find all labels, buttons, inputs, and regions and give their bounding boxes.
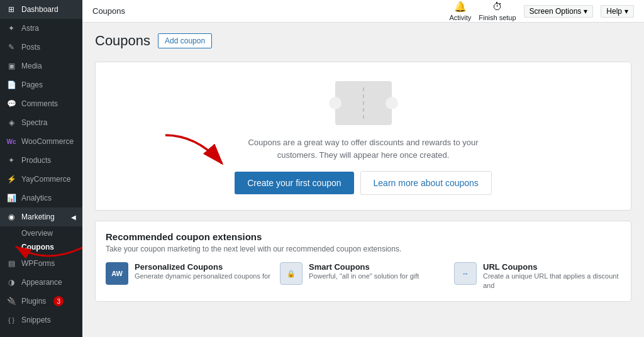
sidebar-item-spectra[interactable]: ◈ Spectra <box>0 113 82 132</box>
help-chevron: ▾ <box>625 7 628 16</box>
coupon-notch-right <box>386 97 398 109</box>
activity-icon: 🔔 <box>454 1 467 13</box>
extension-personalized: AW Personalized Coupons Generate dynamic… <box>106 262 272 291</box>
sidebar-item-marketing[interactable]: ◉ Marketing ◀ <box>0 207 82 226</box>
empty-state-panel: Coupons are a great way to offer discoun… <box>95 62 631 211</box>
sidebar-item-label: Analytics <box>21 194 52 202</box>
coupon-dashed-line <box>363 87 364 119</box>
sidebar-item-dashboard[interactable]: ⊞ Dashboard <box>0 0 82 19</box>
sidebar-item-woocommerce[interactable]: Wc WooCommerce <box>0 132 82 151</box>
dashboard-icon: ⊞ <box>6 4 16 14</box>
screen-options-button[interactable]: Screen Options ▾ <box>524 5 594 18</box>
url-info: URL Coupons Create a unique URL that app… <box>483 262 621 291</box>
sidebar-item-snippets[interactable]: { } Snippets <box>0 311 82 329</box>
sidebar-item-analytics[interactable]: 📊 Analytics <box>0 189 82 207</box>
sidebar-arrow-svg <box>0 234 82 259</box>
sidebar-item-label: Products <box>21 156 51 165</box>
topbar-right: 🔔 Activity ⏱ Finish setup Screen Options… <box>449 1 634 21</box>
url-title: URL Coupons <box>483 262 621 272</box>
snippets-icon: { } <box>6 315 16 325</box>
page-title: Coupons <box>95 33 150 49</box>
smart-icon: 🔒 <box>280 262 303 285</box>
sidebar-item-posts[interactable]: ✎ Posts <box>0 38 82 57</box>
sidebar-sub-coupons[interactable]: Coupons <box>0 240 82 254</box>
sidebar-item-label: Comments <box>21 99 58 108</box>
sidebar-item-comments[interactable]: 💬 Comments <box>0 94 82 113</box>
coupon-notch-left <box>329 97 341 109</box>
url-desc: Create a unique URL that applies a disco… <box>483 272 621 291</box>
recommended-subtitle: Take your coupon marketing to the next l… <box>106 245 621 253</box>
sidebar-item-label: Astra <box>21 24 39 33</box>
sidebar-item-appearance[interactable]: ◑ Appearance <box>0 273 82 292</box>
finish-setup-button[interactable]: ⏱ Finish setup <box>479 1 516 21</box>
sidebar-item-yaycommerce[interactable]: ⚡ YayCommerce <box>0 170 82 189</box>
topbar: Coupons 🔔 Activity ⏱ Finish setup Screen… <box>82 0 644 23</box>
empty-description: Coupons are a great way to offer discoun… <box>248 136 478 161</box>
help-button[interactable]: Help ▾ <box>601 5 634 18</box>
plugins-icon: 🔌 <box>6 296 16 306</box>
url-icon: ↔ <box>454 262 477 285</box>
extension-url: ↔ URL Coupons Create a unique URL that a… <box>454 262 621 291</box>
astra-icon: ✦ <box>6 23 16 33</box>
main-content: Coupons 🔔 Activity ⏱ Finish setup Screen… <box>82 0 644 337</box>
screen-options-chevron: ▾ <box>584 7 587 16</box>
learn-more-coupons-button[interactable]: Learn more about coupons <box>360 171 492 195</box>
sidebar-item-astra[interactable]: ✦ Astra <box>0 19 82 38</box>
personalized-info: Personalized Coupons Generate dynamic pe… <box>135 262 270 281</box>
sidebar-item-label: WPForms <box>21 259 55 268</box>
activity-label: Activity <box>449 14 471 21</box>
personalized-title: Personalized Coupons <box>135 262 270 272</box>
page-header: Coupons Add coupon <box>95 33 631 49</box>
sidebar-item-plugins[interactable]: 🔌 Plugins 3 <box>0 292 82 311</box>
woocommerce-icon: Wc <box>6 136 16 146</box>
recommended-extensions-panel: Recommended coupon extensions Take your … <box>95 221 631 302</box>
sidebar-item-label: Plugins <box>21 297 46 306</box>
pages-icon: 📄 <box>6 80 16 90</box>
activity-button[interactable]: 🔔 Activity <box>449 1 471 21</box>
media-icon: ▣ <box>6 61 16 71</box>
empty-actions: Create your first coupon Learn more abou… <box>235 171 492 195</box>
sidebar-item-media[interactable]: ▣ Media <box>0 57 82 75</box>
sidebar-item-label: Marketing <box>21 213 55 221</box>
sidebar-item-label: Pages <box>21 80 43 89</box>
posts-icon: ✎ <box>6 42 16 52</box>
spectra-icon: ◈ <box>6 118 16 128</box>
screen-options-label: Screen Options <box>530 7 582 16</box>
sidebar-item-label: Media <box>21 62 42 70</box>
add-coupon-button[interactable]: Add coupon <box>158 33 212 48</box>
personalized-desc: Generate dynamic personalized coupons fo… <box>135 272 270 281</box>
comments-icon: 💬 <box>6 99 16 109</box>
sidebar-item-label: Appearance <box>21 278 62 287</box>
red-arrow-svg <box>159 129 235 173</box>
analytics-icon: 📊 <box>6 193 16 203</box>
sidebar-item-label: Spectra <box>21 118 47 127</box>
sidebar-item-products[interactable]: ✦ Products <box>0 151 82 170</box>
sidebar: ⊞ Dashboard ✦ Astra ✎ Posts ▣ Media 📄 Pa… <box>0 0 82 337</box>
products-icon: ✦ <box>6 155 16 165</box>
sidebar-item-pages[interactable]: 📄 Pages <box>0 75 82 94</box>
topbar-title: Coupons <box>92 6 125 16</box>
finish-setup-label: Finish setup <box>479 14 516 21</box>
sidebar-item-label: Posts <box>21 43 40 52</box>
appearance-icon: ◑ <box>6 277 16 287</box>
recommended-title: Recommended coupon extensions <box>106 231 621 242</box>
extension-smart: 🔒 Smart Coupons Powerful, "all in one" s… <box>280 262 447 291</box>
smart-title: Smart Coupons <box>309 262 419 272</box>
sidebar-item-label: Dashboard <box>21 5 58 14</box>
smart-desc: Powerful, "all in one" solution for gift <box>309 272 419 281</box>
coupon-illustration <box>335 81 392 125</box>
create-coupon-wrapper: Create your first coupon <box>235 172 353 194</box>
sidebar-item-label: Snippets <box>21 316 51 324</box>
content-area: Coupons Add coupon Coupons are a great w… <box>82 23 644 337</box>
sidebar-item-label: YayCommerce <box>21 175 70 184</box>
chevron-icon: ◀ <box>71 214 76 221</box>
personalized-icon: AW <box>106 262 128 285</box>
help-label: Help <box>606 7 622 16</box>
marketing-icon: ◉ <box>6 212 16 222</box>
smart-info: Smart Coupons Powerful, "all in one" sol… <box>309 262 419 281</box>
sidebar-item-label: WooCommerce <box>21 137 74 146</box>
extensions-grid: AW Personalized Coupons Generate dynamic… <box>106 262 621 291</box>
create-first-coupon-button[interactable]: Create your first coupon <box>235 172 353 194</box>
yaycommerce-icon: ⚡ <box>6 174 16 184</box>
plugins-badge: 3 <box>53 296 64 306</box>
